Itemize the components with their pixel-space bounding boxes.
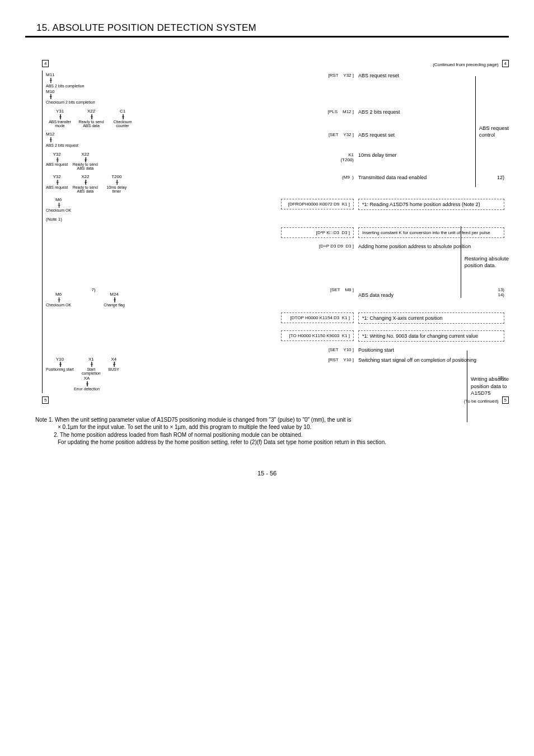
rung-insert-constant: [D*P K□ D3 D3 ] Inserting constant K for…: [42, 224, 509, 241]
continued-from-label: (Continued from preceding page): [49, 62, 502, 67]
rung-read-home-addr: M6-| |-Checksum OK (Note 1) [DFROPH0000 …: [42, 195, 509, 224]
note1-lead: Note 1.: [35, 417, 53, 423]
ref-13: 13): [358, 287, 504, 292]
page-connector-top-right: 4: [502, 60, 509, 67]
note1-marker: (Note 1): [46, 217, 281, 222]
page-connector-bot-left: 5: [42, 396, 49, 404]
ref-12: 12): [497, 175, 504, 180]
to-be-continued-label: (To be continued): [49, 399, 502, 404]
note2-lead: 2.: [54, 432, 58, 438]
rung-data-read-enabled: Y32-| |-ABS request X22-|/|-Ready to sen…: [42, 172, 509, 195]
notes: Note 1. When the unit setting parameter …: [35, 416, 509, 446]
rung-abs-data-ready: 7) M6-| |-Checksum OK M24-| |-Change fla…: [42, 285, 509, 309]
rung-change-xaxis: [DTOP H0000 K1154 D3 K1 ] *1: Changing X…: [42, 309, 509, 327]
rung-write-9003: [TO H0000 K1150 K9003 K1 ] *1: Writing N…: [42, 327, 509, 345]
rung-abs-2bits-request: Y31-| |-ABS transfer mode X22-| |-Ready …: [42, 107, 509, 130]
header-rule: [25, 36, 509, 38]
ladder-diagram: 4 (Continued from preceding page) 4 ABS …: [42, 60, 509, 404]
rung-add-home-addr: [D+P D3 D9 D3 ] Adding home position add…: [42, 241, 509, 251]
ref-15: 15): [358, 375, 504, 380]
ref-14: 14): [498, 292, 504, 297]
rung-abs-request-reset: M11-| |- ABS 2 bits completion M10-| |- …: [42, 71, 509, 107]
rung-abs-request-set: M12-| |- ABS 2 bits request [SET Y32 ] A…: [42, 130, 509, 150]
page-title: 15. ABSOLUTE POSITION DETECTION SYSTEM: [36, 22, 509, 34]
page-number: 15 - 56: [25, 470, 509, 477]
page-connector-top-left: 4: [42, 60, 49, 67]
rung-positioning-start: [SET Y10 ] Positioning start: [42, 345, 509, 355]
rung-switch-start-off: Y10-| |-Positioning start X1-| |-Start c…: [42, 355, 509, 393]
rung-10ms-delay: Y32-| |-ABS request X22-|/|-Ready to sen…: [42, 150, 509, 173]
